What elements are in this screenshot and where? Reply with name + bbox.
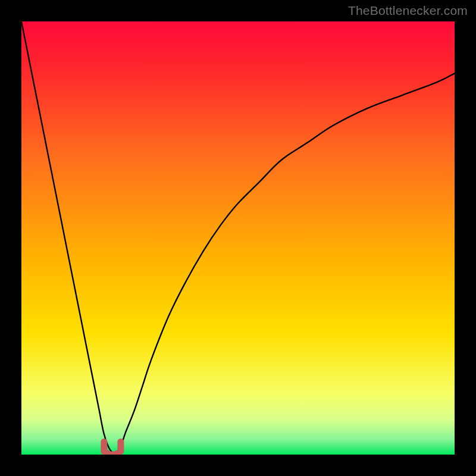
- bottleneck-plot: [21, 21, 455, 455]
- attribution-label: TheBottlenecker.com: [348, 4, 468, 18]
- plot-svg: [21, 21, 455, 455]
- gradient-background: [21, 21, 455, 455]
- chart-frame: TheBottlenecker.com: [0, 0, 476, 476]
